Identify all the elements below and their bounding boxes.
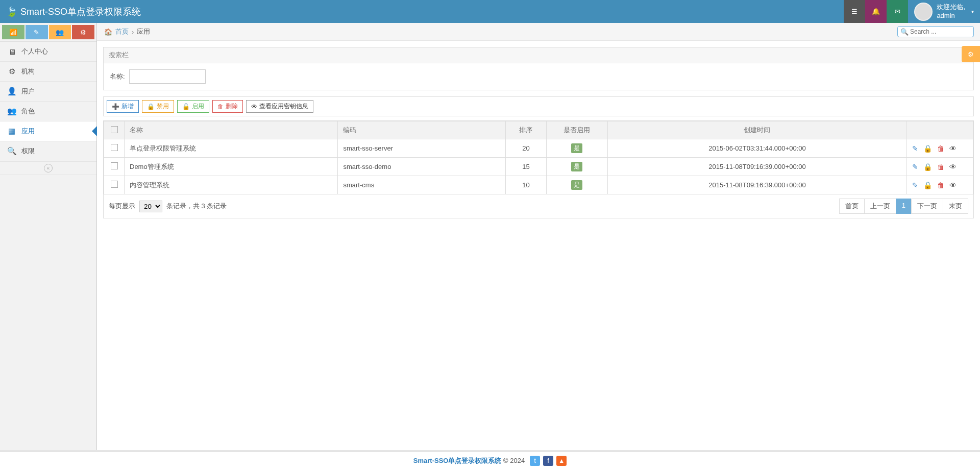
per-page-select[interactable]: 20 [139,201,162,212]
row-lock-button[interactable]: 🔒 [923,144,932,153]
shortcut-settings-button[interactable]: ⚙ [72,25,94,39]
sidebar-item-label: 用户 [21,87,35,96]
footer: Smart-SSO单点登录权限系统 © 2024 t f ▲ [0,450,980,469]
row-edit-button[interactable]: ✎ [912,163,918,171]
enable-button[interactable]: 🔓启用 [177,100,209,113]
col-created: 创建时间 [607,121,906,139]
bell-icon: 🔔 [872,8,880,15]
footer-brand: Smart-SSO单点登录权限系统 [413,457,502,464]
cell-code: smart-cms [338,176,505,194]
search-panel: 搜索栏 名称: [103,47,974,90]
delete-button[interactable]: 🗑删除 [212,100,243,113]
key-icon: 🔍 [7,146,16,156]
search-icon: 🔍 [900,28,909,36]
double-angle-left-icon: « [44,164,53,172]
table-footer: 每页显示 20 条记录，共 3 条记录 首页 上一页 1 下一页 末页 [104,194,973,218]
row-edit-button[interactable]: ✎ [912,144,918,153]
navbar: 🍃 Smart-SSO单点登录权限系统 ☰ 🔔 ✉ 欢迎光临, admin ▾ [0,0,980,23]
plus-circle-icon: ➕ [112,103,119,110]
pencil-icon: ✎ [34,29,39,36]
enable-button-label: 启用 [192,102,204,111]
data-table-container: 名称 编码 排序 是否启用 创建时间 单点登录权限管理系统smart-sso-s… [103,120,974,218]
name-input[interactable] [129,69,206,84]
row-delete-button[interactable]: 🗑 [937,181,944,189]
sidebar-item-applications[interactable]: ▦应用 [0,121,96,141]
main-content: 🏠 首页 › 应用 🔍 搜索栏 名称: ➕ [97,23,980,450]
cell-created: 2015-11-08T09:16:39.000+00:00 [607,176,906,194]
breadcrumb-separator: › [132,28,134,36]
gear-icon: ⚙ [968,51,974,58]
sidebar-item-profile[interactable]: 🖥个人中心 [0,42,96,62]
page-next-button[interactable]: 下一页 [911,199,943,214]
row-actions: ✎🔒🗑👁 [912,163,968,171]
page-number-button[interactable]: 1 [896,199,912,214]
app-title: Smart-SSO单点登录权限系统 [20,6,141,18]
shortcut-edit-button[interactable]: ✎ [26,25,48,39]
row-lock-button[interactable]: 🔒 [923,181,932,189]
nav-messages-button[interactable]: ✉ [887,0,908,23]
view-key-button[interactable]: 👁查看应用密钥信息 [246,100,313,113]
sidebar-item-label: 机构 [21,67,35,76]
eye-icon: 👁 [251,103,257,110]
avatar [914,3,933,21]
row-checkbox[interactable] [111,144,118,151]
search-input[interactable] [897,26,974,37]
user-greeting: 欢迎光临, [937,3,965,12]
disable-button[interactable]: 🔒禁用 [142,100,174,113]
page-prev-button[interactable]: 上一页 [864,199,896,214]
breadcrumb-home-link[interactable]: 首页 [115,27,129,36]
sidebar-item-label: 个人中心 [21,47,48,56]
group-icon: 👥 [7,107,16,116]
settings-tab-button[interactable]: ⚙ [962,46,980,62]
sidebar-item-users[interactable]: 👤用户 [0,82,96,102]
caret-down-icon: ▾ [971,8,974,15]
col-code: 编码 [338,121,505,139]
sidebar-item-roles[interactable]: 👥角色 [0,102,96,121]
facebook-icon[interactable]: f [543,456,553,466]
shortcut-chart-button[interactable]: 📶 [2,25,24,39]
table-row: 单点登录权限管理系统smart-sso-server20是2015-06-02T… [104,139,973,158]
row-checkbox[interactable] [111,162,118,169]
nav-notifications-button[interactable]: 🔔 [865,0,887,23]
lock-icon: 🔒 [147,103,155,110]
row-delete-button[interactable]: 🗑 [937,144,944,153]
select-all-checkbox[interactable] [111,126,118,133]
users-icon: 👥 [56,29,64,36]
envelope-icon: ✉ [895,8,900,15]
row-lock-button[interactable]: 🔒 [923,163,932,171]
sidebar-collapse-button[interactable]: « [0,161,96,175]
cell-enabled: 是 [546,139,607,158]
rss-icon[interactable]: ▲ [556,456,567,466]
nav-user-menu[interactable]: 欢迎光临, admin ▾ [908,3,980,21]
enabled-badge: 是 [571,162,582,171]
leaf-icon: 🍃 [6,6,17,17]
sidebar-item-permissions[interactable]: 🔍权限 [0,141,96,161]
row-checkbox[interactable] [111,181,118,188]
nav-list: 🖥个人中心 ⚙机构 👤用户 👥角色 ▦应用 🔍权限 [0,42,96,161]
search-panel-header: 搜索栏 [104,47,973,63]
sidebar-item-organization[interactable]: ⚙机构 [0,62,96,82]
pagination: 首页 上一页 1 下一页 末页 [840,199,968,214]
add-button[interactable]: ➕新增 [107,100,139,113]
col-enabled: 是否启用 [546,121,607,139]
cell-sort: 20 [505,139,546,158]
enabled-badge: 是 [571,143,582,153]
row-view-button[interactable]: 👁 [949,163,957,171]
page-first-button[interactable]: 首页 [839,199,865,214]
row-view-button[interactable]: 👁 [949,144,957,153]
breadcrumbs: 🏠 首页 › 应用 🔍 [97,23,980,41]
name-label: 名称: [110,72,125,81]
twitter-icon[interactable]: t [530,456,540,466]
table-row: Demo管理系统smart-sso-demo15是2015-11-08T09:1… [104,158,973,176]
disable-button-label: 禁用 [157,102,169,111]
data-table: 名称 编码 排序 是否启用 创建时间 单点登录权限管理系统smart-sso-s… [104,121,973,194]
row-delete-button[interactable]: 🗑 [937,163,944,171]
cogs-icon: ⚙ [80,29,86,36]
unlock-icon: 🔓 [182,103,190,110]
row-edit-button[interactable]: ✎ [912,181,918,189]
chart-icon: 📶 [9,29,17,36]
nav-tasks-button[interactable]: ☰ [844,0,865,23]
page-last-button[interactable]: 末页 [943,199,968,214]
shortcut-users-button[interactable]: 👥 [49,25,71,39]
row-view-button[interactable]: 👁 [949,181,957,189]
